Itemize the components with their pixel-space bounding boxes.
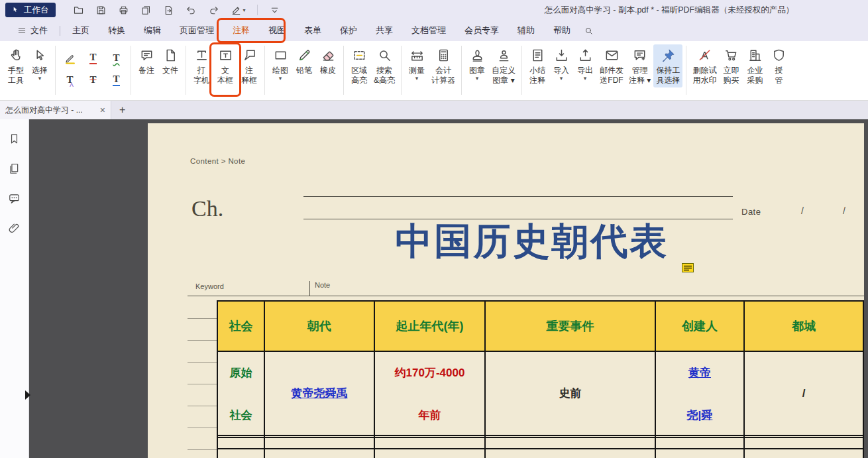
cart-icon [724, 46, 739, 64]
ribbon-button-select-tool[interactable]: 选择▾ [28, 44, 52, 84]
ribbon-button-note[interactable]: 备注 [135, 44, 158, 78]
ribbon-button-file-attach[interactable]: 文件 [158, 44, 182, 78]
pdf-page: Content > Note Ch. Date / / 中国历史朝代表 Keyw… [148, 123, 864, 458]
ribbon-button-email-fdf[interactable]: 邮件发送FDF [597, 44, 626, 87]
ribbon-button-keep-tool-selected[interactable]: 保持工具选择 [653, 44, 682, 87]
ribbon-button-license-manage[interactable]: 授管 [767, 44, 790, 87]
redo-icon[interactable] [208, 5, 219, 16]
copy-pages-icon[interactable] [140, 5, 152, 16]
pin-icon [661, 46, 676, 64]
export-page-icon[interactable] [163, 5, 174, 16]
save-icon[interactable] [95, 5, 107, 16]
strikeout-icon[interactable]: T [82, 70, 104, 90]
table-header-row: 社会 朝代 起止年代(年) 重要事件 创建人 都城 [218, 302, 864, 352]
menu-tab-label: 编辑 [144, 25, 161, 36]
menu-tab-convert[interactable]: 转换 [99, 20, 135, 41]
underline-icon[interactable]: T [82, 48, 104, 68]
menu-tab-protect[interactable]: 保护 [331, 20, 366, 41]
ribbon-button-textbox[interactable]: 文本框 [213, 44, 237, 87]
breadcrumb: Content > Note [190, 157, 245, 165]
ribbon-button-label: 注释框 [241, 66, 257, 86]
customize-toolbar-icon[interactable] [269, 5, 280, 16]
table-row [218, 449, 864, 458]
summary-icon [530, 46, 545, 64]
capital-text: / [802, 387, 806, 400]
typewriter-icon [194, 46, 209, 64]
replace-text-icon[interactable]: T [105, 70, 127, 90]
ribbon-button-stamp[interactable]: 图章▾ [465, 44, 489, 84]
squiggly-icon[interactable]: T [105, 48, 127, 68]
ribbon-toolbar: 手型工具选择▾TTTTT备注文件打字机文本框注释框绘图▾铅笔橡皮区域高亮搜索&高… [0, 41, 868, 101]
ribbon-button-label: 邮件发送FDF [600, 66, 624, 86]
ribbon-button-label: 导出▾ [577, 66, 593, 82]
sticky-note-icon[interactable] [682, 263, 694, 275]
ribbon-button-drawing[interactable]: 绘图▾ [268, 44, 292, 84]
workspace-button[interactable]: 工作台 [5, 3, 56, 17]
print-icon[interactable] [118, 5, 129, 16]
menu-tab-share[interactable]: 共享 [366, 20, 402, 41]
attachments-panel-icon[interactable] [8, 222, 21, 235]
menu-tab-page-manage[interactable]: 页面管理 [170, 20, 223, 41]
menu-tab-assist[interactable]: 辅助 [508, 20, 544, 41]
ribbon-button-enterprise-purchase[interactable]: 企业采购 [743, 44, 767, 87]
highlight-icon[interactable] [59, 48, 81, 68]
menu-tab-form[interactable]: 表单 [295, 20, 331, 41]
ribbon-button-calculator[interactable]: 会计计算器 [429, 44, 458, 87]
table-header-cell: 社会 [218, 302, 265, 352]
ribbon-button-callout[interactable]: 注释框 [237, 44, 261, 87]
menu-tab-file[interactable]: 文件 [8, 20, 57, 41]
ribbon-button-manage-comments[interactable]: 管理注释 ▾ [626, 44, 653, 87]
ribbon-button-buy-now[interactable]: 立即购买 [719, 44, 743, 87]
document-viewport[interactable]: Content > Note Ch. Date / / 中国历史朝代表 Keyw… [29, 119, 868, 458]
ribbon-button-eraser[interactable]: 橡皮 [316, 44, 340, 78]
header-rule-line [303, 196, 733, 197]
ribbon-button-typewriter[interactable]: 打字机 [190, 44, 213, 87]
custom-stamp-icon [496, 46, 512, 64]
pen-style-icon[interactable]: ▾ [231, 5, 246, 16]
ribbon-button-remove-trial-watermark[interactable]: 删除试用水印 [690, 44, 719, 87]
menu-tab-label: 文件 [30, 25, 48, 36]
pages-panel-icon[interactable] [8, 162, 21, 175]
panel-expand-handle[interactable] [25, 390, 30, 400]
menu-tab-help[interactable]: 帮助 [544, 20, 580, 41]
ribbon-button-search-highlight[interactable]: 搜索&高亮 [371, 44, 398, 87]
menu-tab-edit[interactable]: 编辑 [135, 20, 170, 41]
founder-link[interactable]: 黄帝 [688, 365, 711, 380]
left-panel-bar [0, 119, 29, 458]
new-tab-button[interactable]: + [111, 101, 133, 119]
founder-link[interactable]: 尧|舜 [687, 408, 713, 423]
ribbon-button-measure[interactable]: 测量▾ [405, 44, 429, 84]
open-folder-icon[interactable] [73, 5, 84, 16]
ribbon-button-custom-stamp[interactable]: 自定义图章 ▾ [489, 44, 518, 87]
undo-icon[interactable] [186, 5, 197, 16]
text-markup-group: TTTTT [59, 48, 127, 90]
ribbon-button-summarize-comments[interactable]: 小结注释 [525, 44, 549, 87]
manage-icon [632, 46, 647, 64]
menu-tab-doc-manage[interactable]: 文档管理 [402, 20, 455, 41]
table-row [218, 438, 864, 449]
ribbon-divider [131, 46, 131, 95]
ribbon-button-hand-tool[interactable]: 手型工具 [4, 44, 28, 87]
menu-tab-view[interactable]: 视图 [259, 20, 295, 41]
dynasty-link[interactable]: 黄帝尧舜禹 [292, 386, 348, 401]
ribbon-button-label: 文本框 [217, 66, 233, 86]
tab-close-icon[interactable]: × [100, 105, 105, 115]
dropdown-caret-icon: ▾ [243, 7, 246, 13]
ribbon-button-pencil[interactable]: 铅笔 [292, 44, 316, 78]
comments-panel-icon[interactable] [8, 192, 21, 205]
ribbon-divider [264, 46, 265, 95]
insert-text-icon[interactable]: T [59, 70, 81, 90]
doc-icon [163, 46, 178, 64]
menu-tab-comment[interactable]: 注释 [223, 20, 259, 41]
ribbon-button-label: 选择▾ [32, 66, 48, 82]
ribbon-button-area-highlight[interactable]: 区域高亮 [347, 44, 371, 87]
foxit-pdf-editor-window: 工作台 ▾ 怎么面对高中学习 - 副本.pdf * - 福昕PDF编辑器（未经授… [0, 0, 868, 458]
search-icon[interactable] [584, 26, 594, 36]
menu-tab-home[interactable]: 主页 [63, 20, 99, 41]
ribbon-button-export-comments[interactable]: 导出▾ [573, 44, 597, 84]
menu-tab-member[interactable]: 会员专享 [455, 20, 508, 41]
date-slash: / [801, 205, 804, 216]
ribbon-button-import-comments[interactable]: 导入▾ [549, 44, 573, 84]
document-tab[interactable]: 怎么面对高中学习 - ... × [0, 101, 111, 119]
bookmarks-panel-icon[interactable] [8, 133, 21, 145]
